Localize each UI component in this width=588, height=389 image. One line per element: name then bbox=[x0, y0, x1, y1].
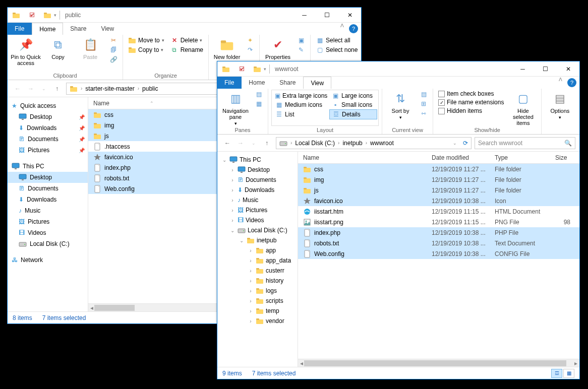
column-headers[interactable]: Name Date modified Type Size bbox=[298, 152, 579, 164]
qat-properties-icon[interactable]: 🗹 bbox=[27, 10, 38, 21]
tab-home[interactable]: Home bbox=[242, 77, 272, 89]
rename-button[interactable]: ⧉Rename bbox=[168, 45, 205, 54]
copy-button[interactable]: ⧉Copy bbox=[43, 36, 73, 60]
tree-item[interactable]: ›Desktop bbox=[217, 165, 298, 175]
col-type[interactable]: Type bbox=[490, 154, 550, 161]
back-button[interactable]: ← bbox=[12, 83, 24, 95]
file-row[interactable]: js12/19/2019 11:27 ...File folder bbox=[298, 185, 579, 196]
tree-item[interactable]: ›custerr bbox=[217, 266, 298, 276]
nav-pane[interactable]: ★Quick access Desktop📌 ⬇Downloads📌 🖹Docu… bbox=[8, 97, 88, 311]
view-small-icons[interactable]: ▪Small icons bbox=[329, 100, 377, 109]
nav-pane[interactable]: ⌄This PC ›Desktop ›🖹Documents ›⬇Download… bbox=[217, 152, 298, 367]
col-name[interactable]: Name bbox=[298, 154, 427, 161]
tab-view[interactable]: View bbox=[94, 23, 122, 35]
tree-item[interactable]: ›⬇Downloads bbox=[217, 185, 298, 195]
crumb-seg[interactable]: wwwroot bbox=[368, 140, 396, 147]
nav-item[interactable]: ♪Music bbox=[8, 205, 88, 216]
view-large-icons[interactable]: ▣Large icons bbox=[329, 91, 377, 100]
nav-item[interactable]: 🖹Documents bbox=[8, 183, 88, 194]
forward-button[interactable]: → bbox=[234, 137, 247, 149]
nav-item[interactable]: 🎞Videos bbox=[8, 227, 88, 238]
hide-selected-button[interactable]: ▢Hide selected items bbox=[508, 90, 538, 126]
tree-local-disk[interactable]: ⌄Local Disk (C:) bbox=[217, 225, 298, 235]
new-item-button[interactable]: ✦ bbox=[244, 36, 256, 45]
move-to-button[interactable]: Move to ▾ bbox=[126, 36, 166, 45]
view-medium-icons[interactable]: ▦Medium icons bbox=[273, 100, 328, 109]
sort-by-button[interactable]: ⇅Sort by▾ bbox=[385, 90, 416, 120]
minimize-button[interactable]: ─ bbox=[293, 8, 316, 22]
qat-properties-icon[interactable]: 🗹 bbox=[237, 63, 248, 75]
recent-dropdown[interactable]: ⌄ bbox=[248, 137, 260, 149]
file-row[interactable]: css12/19/2019 11:27 ...File folder bbox=[298, 164, 579, 174]
help-icon[interactable]: ? bbox=[349, 24, 358, 33]
file-row[interactable]: iisstart.htm12/19/2019 11:15 ...HTML Doc… bbox=[298, 206, 579, 217]
tab-share[interactable]: Share bbox=[272, 77, 303, 89]
maximize-button[interactable]: ☐ bbox=[316, 8, 338, 22]
select-all-button[interactable]: ▦Select all bbox=[314, 36, 360, 45]
cut-button[interactable]: ✂ bbox=[107, 36, 120, 45]
collapse-ribbon-icon[interactable]: ᐱ bbox=[340, 23, 344, 35]
address-dropdown[interactable]: ⌄ bbox=[450, 141, 460, 146]
tree-this-pc[interactable]: ⌄This PC bbox=[217, 155, 298, 165]
qat-dropdown[interactable]: ▾ bbox=[264, 67, 266, 72]
copy-path-button[interactable]: 🗐 bbox=[107, 45, 120, 54]
search-input[interactable]: Search wwwroot 🔍 bbox=[475, 137, 575, 149]
close-button[interactable]: ✕ bbox=[557, 61, 579, 76]
col-size[interactable]: Size bbox=[550, 154, 575, 161]
tree-inetpub[interactable]: ⌄inetpub bbox=[217, 235, 298, 245]
nav-item[interactable]: Desktop📌 bbox=[8, 111, 88, 122]
titlebar[interactable]: 🗹 ▾ public ─ ☐ ✕ bbox=[8, 8, 361, 23]
properties-button[interactable]: ✔Properties bbox=[263, 36, 293, 60]
minimize-button[interactable]: ─ bbox=[511, 61, 534, 76]
file-row[interactable]: iisstart.png12/19/2019 11:15 ...PNG File… bbox=[298, 217, 579, 227]
qat-dropdown[interactable]: ▾ bbox=[54, 13, 56, 18]
edit-button[interactable]: ✎ bbox=[295, 45, 307, 54]
tab-share[interactable]: Share bbox=[63, 23, 94, 35]
navigation-pane-button[interactable]: ▥Navigation pane▾ bbox=[220, 90, 251, 126]
nav-quick-access[interactable]: ★Quick access bbox=[8, 100, 88, 111]
details-pane-button[interactable]: ▦ bbox=[253, 99, 265, 108]
up-button[interactable]: ↑ bbox=[261, 137, 273, 149]
nav-item[interactable]: 🖼Pictures bbox=[8, 216, 88, 227]
item-checkboxes-toggle[interactable]: Item check boxes bbox=[436, 90, 506, 98]
address-bar[interactable]: › Local Disk (C:) › inetpub › wwwroot ⌄ … bbox=[276, 137, 472, 149]
nav-item[interactable]: ⬇Downloads📌 bbox=[8, 122, 88, 134]
crumb-seg[interactable]: public bbox=[140, 85, 160, 92]
crumb-seg[interactable]: Local Disk (C:) bbox=[293, 140, 337, 147]
tab-file[interactable]: File bbox=[217, 77, 242, 89]
crumb-seg[interactable]: starter-site-master bbox=[83, 85, 136, 92]
hidden-items-toggle[interactable]: Hidden items bbox=[436, 107, 506, 115]
titlebar[interactable]: 🗹 ▾ wwwroot ─ ☐ ✕ bbox=[217, 61, 579, 77]
tree-item[interactable]: ›🎞Videos bbox=[217, 215, 298, 225]
copy-to-button[interactable]: Copy to ▾ bbox=[126, 45, 166, 54]
tab-view[interactable]: View bbox=[303, 77, 331, 89]
tab-file[interactable]: File bbox=[8, 23, 32, 35]
nav-item[interactable]: Desktop bbox=[8, 172, 88, 183]
file-extensions-toggle[interactable]: File name extensions bbox=[436, 98, 506, 106]
recent-dropdown[interactable]: ⌄ bbox=[38, 83, 50, 95]
icons-view-button[interactable]: ▦ bbox=[563, 369, 574, 378]
file-row[interactable]: favicon.ico12/19/2019 10:38 ...Icon bbox=[298, 196, 579, 206]
nav-item[interactable]: Local Disk (C:) bbox=[8, 238, 88, 249]
tree-item[interactable]: ›history bbox=[217, 276, 298, 286]
view-xl-icons[interactable]: ▣Extra large icons bbox=[273, 91, 328, 100]
nav-item[interactable]: 🖼Pictures📌 bbox=[8, 145, 88, 156]
up-button[interactable]: ↑ bbox=[51, 83, 63, 95]
add-columns-button[interactable]: ⊞ bbox=[418, 99, 430, 108]
new-folder-button[interactable]: New folder bbox=[212, 36, 242, 60]
tree-item[interactable]: ›♪Music bbox=[217, 195, 298, 205]
nav-item[interactable]: ⬇Downloads bbox=[8, 194, 88, 205]
close-button[interactable]: ✕ bbox=[338, 8, 361, 22]
help-icon[interactable]: ? bbox=[567, 78, 576, 87]
pin-quick-access-button[interactable]: 📌Pin to Quick access bbox=[11, 36, 41, 66]
size-columns-button[interactable]: ⇿ bbox=[418, 109, 430, 118]
select-none-button[interactable]: ▢Select none bbox=[314, 45, 360, 54]
group-by-button[interactable]: ▤ bbox=[418, 90, 430, 99]
delete-button[interactable]: ✕Delete ▾ bbox=[168, 36, 205, 45]
col-date[interactable]: Date modified bbox=[427, 154, 490, 161]
horizontal-scrollbar[interactable]: ◂ ▸ bbox=[298, 359, 579, 367]
view-list[interactable]: ☰List bbox=[273, 109, 328, 119]
preview-pane-button[interactable]: ▤ bbox=[253, 90, 265, 99]
qat-newfolder-icon[interactable] bbox=[42, 10, 53, 21]
tree-item[interactable]: ›app_data bbox=[217, 255, 298, 266]
